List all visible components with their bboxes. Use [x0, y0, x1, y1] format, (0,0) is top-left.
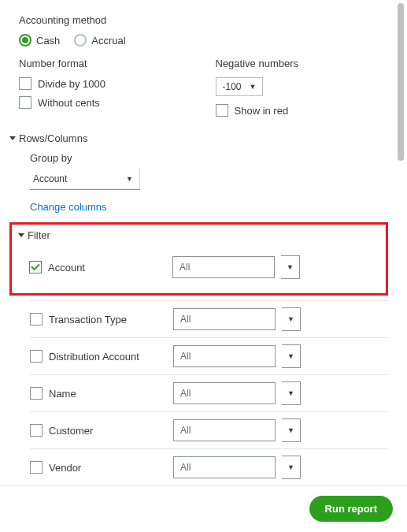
checkbox-show-in-red[interactable]: Show in red	[216, 104, 389, 117]
run-report-button[interactable]: Run report	[309, 496, 393, 522]
checkbox-distribution-account[interactable]	[30, 350, 43, 363]
radio-cash[interactable]: Cash	[19, 34, 60, 47]
checkbox-without-cents[interactable]: Without cents	[19, 96, 192, 109]
filter-select-transaction-type[interactable]: All	[173, 308, 276, 330]
change-columns-link[interactable]: Change columns	[30, 201, 107, 213]
filter-row-vendor: Vendor All ▼	[30, 448, 388, 485]
checkbox-transaction-type[interactable]	[30, 313, 43, 326]
footer-bar: Run report	[0, 485, 407, 532]
format-row: Number format Divide by 1000 Without cen…	[19, 58, 388, 123]
filter-select-account[interactable]: All	[172, 256, 275, 278]
radio-accrual[interactable]: Accrual	[74, 34, 125, 47]
checkbox-name[interactable]	[30, 387, 43, 400]
filter-label: Transaction Type	[49, 314, 167, 326]
chevron-down-icon: ▼	[250, 83, 257, 91]
filter-caret[interactable]: ▼	[282, 456, 301, 479]
filter-caret[interactable]: ▼	[282, 419, 301, 442]
accounting-method-group: Cash Accrual	[19, 34, 388, 47]
accounting-method-title: Accounting method	[19, 14, 388, 26]
checkbox-label: Show in red	[235, 105, 289, 117]
checkbox-customer[interactable]	[30, 424, 43, 437]
negative-numbers-title: Negative numbers	[216, 58, 389, 69]
filter-row-account: Account All ▼	[29, 249, 379, 285]
filter-caret-account[interactable]: ▼	[281, 255, 300, 279]
checkbox-icon	[216, 104, 228, 117]
select-value: -100	[223, 81, 242, 92]
filter-select-vendor[interactable]: All	[173, 456, 276, 478]
group-by-label: Group by	[30, 152, 388, 164]
checkbox-icon	[19, 77, 31, 90]
filter-label: Customer	[49, 425, 167, 437]
caret-down-icon	[9, 136, 16, 140]
customize-panel: Accounting method Cash Accrual Number fo…	[0, 0, 407, 485]
filter-list: Transaction Type All ▼ Distribution Acco…	[30, 300, 388, 485]
radio-icon	[74, 34, 87, 47]
filter-highlight: Filter Account All ▼	[9, 222, 388, 296]
filter-caret[interactable]: ▼	[282, 344, 301, 368]
filter-caret[interactable]: ▼	[282, 381, 301, 405]
select-value: Account	[33, 173, 67, 184]
filter-label: Distribution Account	[49, 351, 167, 363]
checkbox-vendor[interactable]	[30, 461, 43, 474]
rows-columns-header[interactable]: Rows/Columns	[9, 132, 388, 144]
caret-down-icon	[18, 233, 24, 237]
filter-select-customer[interactable]: All	[173, 419, 276, 441]
radio-label: Cash	[36, 35, 60, 47]
filter-select-name[interactable]: All	[173, 382, 276, 404]
filter-row-customer: Customer All ▼	[30, 411, 388, 448]
filter-label: Name	[49, 388, 167, 400]
negative-numbers-select[interactable]: -100 ▼	[216, 77, 264, 96]
checkbox-account[interactable]	[29, 261, 42, 273]
filter-caret[interactable]: ▼	[282, 307, 301, 331]
filter-label: Vendor	[49, 462, 167, 474]
filter-select-distribution-account[interactable]: All	[173, 345, 276, 367]
filter-label: Account	[48, 262, 166, 273]
checkbox-label: Without cents	[38, 97, 100, 109]
scrollbar[interactable]	[398, 3, 404, 161]
section-label: Rows/Columns	[19, 132, 87, 144]
checkbox-icon	[19, 96, 31, 109]
checkbox-label: Divide by 1000	[38, 78, 105, 90]
radio-label: Accrual	[91, 35, 125, 47]
checkbox-divide-1000[interactable]: Divide by 1000	[19, 77, 192, 90]
section-label: Filter	[28, 229, 50, 241]
radio-icon	[19, 34, 31, 47]
filter-row-transaction-type: Transaction Type All ▼	[30, 300, 388, 337]
filter-row-distribution-account: Distribution Account All ▼	[30, 337, 388, 374]
filter-row-name: Name All ▼	[30, 374, 388, 411]
group-by-select[interactable]: Account ▼	[30, 169, 140, 190]
number-format-title: Number format	[19, 58, 192, 69]
chevron-down-icon: ▼	[126, 175, 133, 183]
filter-header[interactable]: Filter	[18, 229, 379, 241]
